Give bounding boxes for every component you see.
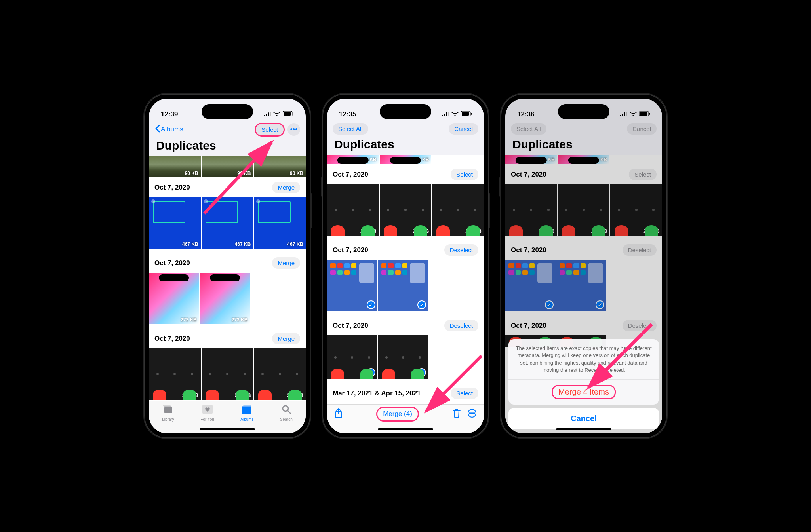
thumbnail[interactable]: 201 KB [327, 184, 379, 236]
content-scroll[interactable]: 272 KB 273 KB Oct 7, 2020 Select 201 KB … [327, 155, 484, 404]
back-label: Albums [161, 125, 183, 133]
ellipsis-icon: ••• [290, 125, 298, 134]
thumbnail[interactable]: 201 KB [202, 348, 253, 400]
section-select-button[interactable]: Select [451, 388, 478, 399]
signal-icon [442, 110, 449, 118]
status-bar: 12:35 [327, 99, 484, 121]
svg-rect-31 [622, 114, 623, 116]
thumbnail[interactable]: 90 KB [149, 156, 201, 177]
merge-button[interactable]: Merge [272, 257, 300, 269]
select-all-button[interactable]: Select All [333, 123, 368, 135]
thumbnail[interactable]: 90 KB [202, 156, 253, 177]
svg-rect-7 [164, 407, 172, 413]
merge-items-button[interactable]: Merge 4 Items [508, 379, 659, 405]
svg-rect-6 [293, 113, 293, 115]
tab-bar: Library For You Albums Search [149, 401, 306, 433]
section-deselect-button[interactable]: Deselect [444, 244, 478, 256]
section-date: Oct 7, 2020 [333, 322, 368, 330]
thumbnail[interactable]: 273 KB [200, 273, 250, 324]
tab-library[interactable]: Library [162, 405, 174, 422]
section-date: Oct 7, 2020 [154, 335, 190, 343]
thumbnail[interactable]: 201 KB [149, 348, 201, 400]
page-title: Duplicates [149, 137, 306, 156]
heart-square-icon [202, 405, 213, 416]
select-button[interactable]: Select [256, 124, 284, 135]
spacer [610, 155, 662, 164]
svg-rect-9 [163, 405, 171, 406]
section-date: Mar 17, 2021 & Apr 15, 2021 [333, 390, 421, 397]
photo-stack-icon [163, 405, 174, 416]
section-deselect-button: Deselect [623, 244, 657, 256]
nav-bar: Select All Cancel [505, 121, 662, 136]
thumbnail-selected[interactable]: ✓ [327, 335, 377, 379]
svg-point-27 [472, 412, 472, 413]
signal-icon [264, 110, 271, 118]
phone-frame-2: 12:35 Select All Cancel Duplicates 272 K… [322, 94, 489, 438]
thumbnail: 272 KB [505, 155, 557, 164]
thumbnail: 201 KB [558, 184, 610, 236]
wifi-icon [451, 110, 459, 118]
status-time: 12:35 [339, 110, 356, 118]
thumbnail[interactable]: 272 KB [327, 155, 379, 164]
section-select-button[interactable]: Select [451, 169, 478, 180]
battery-icon [283, 110, 294, 118]
page-title: Duplicates [327, 136, 484, 155]
signal-icon [620, 110, 627, 118]
share-button[interactable] [334, 408, 343, 420]
checkmark-icon: ✓ [596, 300, 604, 309]
thumbnail-selected[interactable]: ✓ [327, 260, 377, 311]
content-scroll[interactable]: 90 KB 90 KB 90 KB Oct 7, 2020 Merge 467 … [149, 156, 306, 401]
merge-button[interactable]: Merge [272, 182, 300, 193]
thumbnail[interactable]: 467 KB [202, 197, 253, 249]
more-circle-button[interactable] [467, 408, 477, 420]
section-date: Oct 7, 2020 [511, 171, 546, 179]
thumbnail[interactable]: 467 KB [254, 197, 306, 249]
checkmark-icon: ✓ [417, 368, 426, 377]
search-icon [282, 405, 291, 416]
phone-frame-1: 12:39 Albums Select [144, 94, 310, 438]
thumbnail[interactable]: 467 KB [149, 197, 201, 249]
svg-rect-22 [462, 112, 469, 116]
svg-rect-17 [442, 115, 443, 116]
section-deselect-button[interactable]: Deselect [444, 320, 478, 331]
thumbnail: 201 KB [505, 184, 557, 236]
merge-button[interactable]: Merge [272, 333, 300, 344]
tab-albums[interactable]: Albums [240, 405, 253, 422]
cancel-button: Cancel [627, 123, 657, 135]
status-bar: 12:39 [149, 99, 306, 121]
merge-count-button[interactable]: Merge (4) [377, 408, 418, 420]
checkmark-icon: ✓ [417, 300, 426, 309]
status-bar: 12:36 [505, 99, 662, 121]
svg-rect-13 [243, 405, 251, 406]
wifi-icon [273, 110, 280, 118]
thumbnail-selected[interactable]: ✓ [378, 260, 428, 311]
svg-rect-36 [649, 113, 650, 115]
thumbnail[interactable]: 273 KB [380, 155, 432, 164]
svg-rect-30 [620, 115, 621, 116]
bottom-toolbar: Merge (4) [327, 404, 484, 423]
svg-rect-2 [268, 112, 269, 116]
status-time: 12:39 [161, 110, 178, 118]
section-date: Oct 7, 2020 [333, 246, 368, 254]
svg-point-28 [474, 412, 474, 413]
svg-rect-35 [640, 112, 647, 116]
thumbnail[interactable]: 201 KB [432, 184, 484, 236]
thumbnail-selected[interactable]: ✓ [378, 335, 428, 379]
thumbnail[interactable]: 201 KB [380, 184, 432, 236]
thumbnail[interactable]: 90 KB [254, 156, 306, 177]
tab-foryou[interactable]: For You [200, 405, 214, 422]
cancel-button[interactable]: Cancel [449, 123, 478, 135]
svg-rect-0 [264, 115, 265, 116]
sheet-cancel-button[interactable]: Cancel [508, 408, 659, 429]
svg-rect-32 [624, 112, 625, 116]
status-time: 12:36 [517, 110, 534, 118]
more-button[interactable]: ••• [287, 123, 300, 136]
thumbnail[interactable]: 272 KB [149, 273, 199, 324]
section-date: Oct 7, 2020 [511, 322, 546, 330]
svg-rect-3 [270, 112, 271, 116]
trash-button[interactable] [452, 408, 461, 420]
thumbnail[interactable]: 201 KB [254, 348, 306, 400]
back-button[interactable]: Albums [154, 125, 183, 135]
tab-search[interactable]: Search [280, 405, 293, 422]
svg-rect-11 [242, 407, 251, 414]
